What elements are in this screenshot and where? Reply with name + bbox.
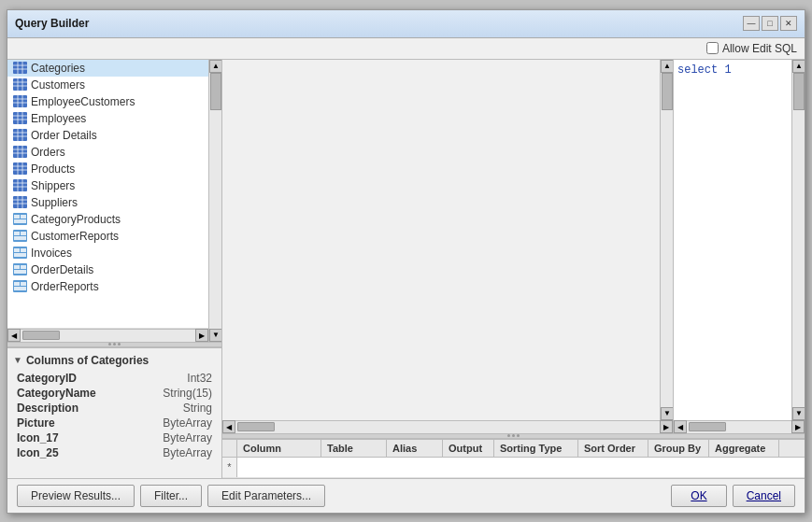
column-name: Picture <box>17 416 55 430</box>
table-item-label: EmployeeCustomers <box>31 95 135 108</box>
diagram-hscroll-track <box>235 421 660 433</box>
diagram-vscroll-up[interactable]: ▲ <box>661 60 673 73</box>
hscroll-left-btn[interactable]: ◀ <box>7 329 21 342</box>
table-item[interactable]: Invoices <box>7 245 208 261</box>
edit-parameters-button[interactable]: Edit Parameters... <box>207 485 325 507</box>
diagram-hscroll-left[interactable]: ◀ <box>222 420 235 433</box>
sql-hscrollbar[interactable]: ◀ ▶ <box>674 420 805 433</box>
table-item-label: Invoices <box>31 247 72 260</box>
table-item[interactable]: Shippers <box>7 177 208 194</box>
table-item-label: OrderDetails <box>31 263 93 276</box>
sql-hscroll-thumb <box>689 422 726 431</box>
preview-results-button[interactable]: Preview Results... <box>17 485 135 507</box>
tables-list[interactable]: Categories Customers EmployeeCustomers E… <box>7 60 208 329</box>
svg-rect-56 <box>14 253 26 257</box>
view-icon <box>13 230 27 242</box>
grid-col-header: Sorting Type <box>494 440 578 457</box>
grid-col-header: Table <box>321 440 387 457</box>
table-item[interactable]: EmployeeCustomers <box>7 93 208 110</box>
svg-rect-15 <box>13 112 27 124</box>
left-panel-inner: Categories Customers EmployeeCustomers E… <box>7 60 221 342</box>
filter-button[interactable]: Filter... <box>140 485 202 507</box>
grid-col-header: Alias <box>387 440 443 457</box>
hscroll-right-btn[interactable]: ▶ <box>195 329 208 342</box>
table-item-label: Suppliers <box>31 196 78 209</box>
svg-rect-61 <box>13 280 27 292</box>
table-item[interactable]: Products <box>7 161 208 177</box>
table-item[interactable]: Orders <box>7 144 208 161</box>
table-item[interactable]: OrderDetails <box>7 261 208 278</box>
column-row: CategoryIDInt32 <box>13 371 216 386</box>
sql-vscrollbar[interactable]: ▲ ▼ <box>791 60 805 420</box>
svg-rect-62 <box>14 282 20 286</box>
table-icon <box>13 95 27 107</box>
sql-vscroll-down[interactable]: ▼ <box>792 407 805 420</box>
svg-rect-10 <box>13 95 27 107</box>
table-item[interactable]: Suppliers <box>7 194 208 211</box>
center-right-panels: ↖ ✛ ↖ ✛ ▲ <box>222 60 805 478</box>
new-row-empty[interactable] <box>237 458 805 477</box>
column-type: String <box>183 402 212 415</box>
view-icon <box>13 280 27 292</box>
tables-list-area: Categories Customers EmployeeCustomers E… <box>7 60 208 342</box>
minimize-button[interactable]: — <box>743 16 760 31</box>
table-item-label: Order Details <box>31 129 97 142</box>
table-item-label: CategoryProducts <box>31 213 121 226</box>
ok-button[interactable]: OK <box>671 485 726 507</box>
left-panel: Categories Customers EmployeeCustomers E… <box>7 60 222 478</box>
sql-vscroll-track <box>792 73 805 407</box>
table-item[interactable]: CategoryProducts <box>7 211 208 228</box>
title-bar: Query Builder — □ ✕ <box>7 10 805 38</box>
table-item[interactable]: Order Details <box>7 127 208 144</box>
grid-header: ColumnTableAliasOutputSorting TypeSort O… <box>222 440 805 458</box>
table-item[interactable]: OrderReports <box>7 278 208 295</box>
top-diagram-sql: ↖ ✛ ↖ ✛ ▲ <box>222 60 805 433</box>
svg-rect-63 <box>21 282 26 286</box>
svg-rect-52 <box>14 236 26 240</box>
table-item[interactable]: Customers <box>7 77 208 93</box>
sql-panel: select 1 ▲ ▼ ◀ <box>674 60 805 433</box>
hscroll-track <box>21 330 195 342</box>
svg-rect-53 <box>13 247 27 259</box>
table-item-label: Employees <box>31 112 86 125</box>
diagram-hscroll-right[interactable]: ▶ <box>660 420 673 433</box>
sql-editor[interactable]: select 1 <box>674 60 791 420</box>
column-type: Int32 <box>187 372 212 385</box>
grid-new-row[interactable]: * <box>222 458 805 478</box>
column-name: CategoryName <box>17 387 96 400</box>
bottom-bar: Preview Results... Filter... Edit Parame… <box>7 478 805 513</box>
sql-hscroll-right[interactable]: ▶ <box>791 420 805 433</box>
diagram-vscrollbar[interactable]: ▲ ▼ <box>660 60 673 420</box>
svg-rect-49 <box>13 230 27 242</box>
table-icon <box>13 179 27 191</box>
table-icon <box>13 196 27 208</box>
svg-rect-51 <box>21 232 26 235</box>
column-type: ByteArray <box>163 431 212 444</box>
close-button[interactable]: ✕ <box>780 16 797 31</box>
table-item[interactable]: Employees <box>7 110 208 127</box>
tables-hscrollbar[interactable]: ◀ ▶ <box>7 329 208 342</box>
diagram-hscrollbar[interactable]: ◀ ▶ <box>222 420 673 433</box>
top-toolbar: Allow Edit SQL <box>7 38 805 59</box>
cancel-button[interactable]: Cancel <box>733 485 795 507</box>
svg-rect-35 <box>13 179 27 191</box>
table-item-label: Shippers <box>31 179 75 192</box>
tables-vscrollbar[interactable]: ▲ ▼ <box>208 60 221 342</box>
maximize-button[interactable]: □ <box>762 16 778 31</box>
collapse-arrow-icon[interactable]: ▼ <box>13 355 22 365</box>
vscroll-down-btn[interactable]: ▼ <box>209 329 221 342</box>
allow-edit-sql-label[interactable]: Allow Edit SQL <box>706 42 797 55</box>
table-item[interactable]: Categories <box>7 60 208 77</box>
table-item[interactable]: CustomerReports <box>7 228 208 245</box>
sql-hscroll-left[interactable]: ◀ <box>674 420 687 433</box>
sql-vscroll-up[interactable]: ▲ <box>792 60 805 73</box>
svg-rect-46 <box>14 215 20 219</box>
svg-rect-25 <box>13 146 27 158</box>
diagram-vscroll-down[interactable]: ▼ <box>661 407 673 420</box>
allow-edit-sql-checkbox[interactable] <box>706 42 719 54</box>
columns-panel-header: ▼ Columns of Categories <box>13 354 216 367</box>
column-row: PictureByteArray <box>13 416 216 430</box>
svg-rect-57 <box>13 263 27 275</box>
diagram-with-scroll: ↖ ✛ ↖ ✛ ▲ <box>222 60 673 420</box>
vscroll-up-btn[interactable]: ▲ <box>209 60 221 73</box>
